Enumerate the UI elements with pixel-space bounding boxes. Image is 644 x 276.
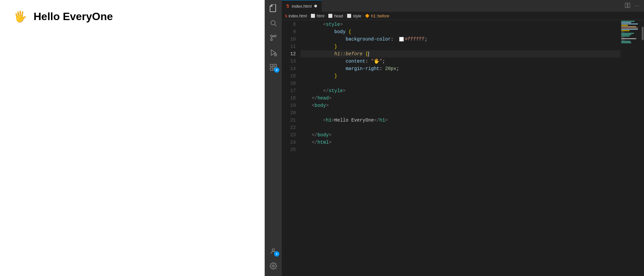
scrollbar-thumb[interactable] bbox=[642, 27, 644, 40]
svg-rect-10 bbox=[274, 64, 276, 67]
code-line-21: <h1>Hello EveryOne</h1> bbox=[301, 117, 621, 124]
code-line-23: </body> bbox=[301, 131, 621, 139]
breadcrumb-sep-2: › bbox=[326, 14, 327, 18]
run-debug-icon[interactable] bbox=[267, 46, 280, 59]
preview-pane: Hello EveryOne bbox=[0, 0, 265, 276]
extensions-icon[interactable]: 2 bbox=[267, 61, 280, 74]
source-control-icon[interactable] bbox=[267, 31, 280, 45]
breadcrumb-style-label: style bbox=[353, 14, 361, 18]
breadcrumb-html[interactable]: ⬜ html bbox=[311, 14, 324, 18]
accounts-badge: 1 bbox=[274, 251, 279, 257]
more-actions-button[interactable]: ··· bbox=[634, 2, 641, 10]
svg-rect-11 bbox=[270, 68, 273, 70]
split-editor-button[interactable] bbox=[624, 2, 632, 10]
tab-bar: 5 index.html ··· bbox=[282, 0, 644, 12]
pseudo-icon: 🔶 bbox=[365, 14, 370, 18]
tab-bar-actions: ··· bbox=[624, 0, 644, 12]
explorer-icon[interactable] bbox=[267, 2, 280, 15]
code-line-11: } bbox=[301, 43, 621, 50]
code-line-25 bbox=[301, 146, 621, 153]
code-line-8: <style> bbox=[301, 21, 621, 28]
svg-point-14 bbox=[272, 265, 274, 267]
breadcrumb-h1before-label: h1::before bbox=[371, 14, 389, 18]
preview-heading: Hello EveryOne bbox=[13, 10, 113, 23]
svg-rect-9 bbox=[270, 64, 273, 67]
code-editor[interactable]: 8 9 10 11 12 13 14 15 16 17 18 19 20 21 … bbox=[282, 20, 644, 276]
code-line-16 bbox=[301, 80, 621, 87]
extensions-badge: 2 bbox=[274, 67, 279, 73]
breadcrumb-head-label: head bbox=[334, 14, 343, 18]
tab-index-html[interactable]: 5 index.html bbox=[282, 0, 322, 12]
code-line-24: </html> bbox=[301, 139, 621, 146]
tab-label: index.html bbox=[292, 4, 312, 9]
activity-bar: 2 1 bbox=[265, 0, 282, 276]
code-line-9: body { bbox=[301, 28, 621, 36]
code-line-19: <body> bbox=[301, 102, 621, 109]
code-line-14: margin-right: 20px; bbox=[301, 65, 621, 72]
breadcrumb-sep-4: › bbox=[363, 14, 364, 18]
breadcrumb-h1before[interactable]: 🔶 h1::before bbox=[365, 14, 389, 18]
breadcrumb-sep-1: › bbox=[308, 14, 309, 18]
box-icon-1: ⬜ bbox=[311, 14, 315, 18]
breadcrumb-head[interactable]: ⬜ head bbox=[328, 14, 343, 18]
box-icon-3: ⬜ bbox=[347, 14, 352, 18]
code-line-18: </head> bbox=[301, 94, 621, 102]
breadcrumb-file-label: index.html bbox=[288, 14, 307, 18]
code-line-12: h1::before { bbox=[301, 50, 621, 58]
svg-point-4 bbox=[271, 39, 273, 41]
code-line-13: content: "🖐"; bbox=[301, 58, 621, 65]
svg-point-13 bbox=[272, 249, 274, 251]
breadcrumb-style[interactable]: ⬜ style bbox=[347, 14, 361, 18]
code-content[interactable]: <style> body { background-color: #ffffff… bbox=[299, 20, 621, 276]
line-numbers: 8 9 10 11 12 13 14 15 16 17 18 19 20 21 … bbox=[282, 20, 299, 276]
breadcrumb: 5 index.html › ⬜ html › ⬜ head › ⬜ style… bbox=[282, 12, 644, 20]
html-file-icon: 5 bbox=[286, 3, 289, 9]
accounts-icon[interactable]: 1 bbox=[267, 245, 280, 258]
minimap bbox=[621, 20, 641, 276]
svg-point-0 bbox=[271, 21, 275, 25]
box-icon-2: ⬜ bbox=[328, 14, 333, 18]
breadcrumb-sep-3: › bbox=[344, 14, 345, 18]
html5-breadcrumb-icon: 5 bbox=[285, 14, 287, 18]
search-icon[interactable] bbox=[267, 16, 280, 30]
code-line-17: </style> bbox=[301, 87, 621, 94]
breadcrumb-file[interactable]: 5 index.html bbox=[285, 14, 307, 18]
editor-area: 5 index.html ··· 5 index.html › ⬜ html ›… bbox=[282, 0, 644, 276]
settings-icon[interactable] bbox=[267, 259, 280, 273]
tab-modified-dot bbox=[314, 5, 317, 7]
code-line-10: background-color: #ffffff; bbox=[301, 36, 621, 43]
vertical-scrollbar[interactable] bbox=[641, 20, 644, 276]
breadcrumb-html-label: html bbox=[317, 14, 324, 18]
code-line-15: } bbox=[301, 72, 621, 80]
code-line-22 bbox=[301, 124, 621, 131]
code-line-20 bbox=[301, 109, 621, 117]
svg-line-1 bbox=[275, 24, 276, 26]
